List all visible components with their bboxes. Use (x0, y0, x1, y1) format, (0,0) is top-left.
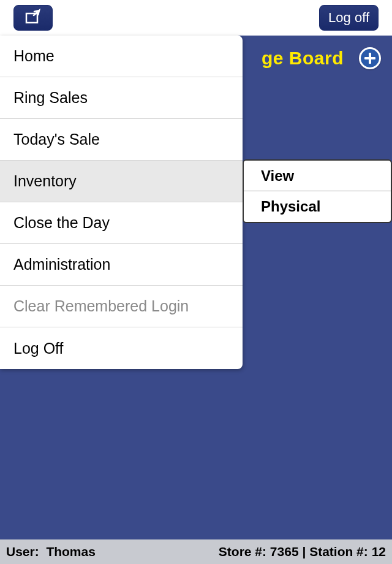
menu-item-close-the-day[interactable]: Close the Day (0, 202, 243, 244)
submenu-item-label: View (261, 167, 294, 185)
menu-item-log-off[interactable]: Log Off (0, 327, 243, 369)
menu-item-label: Ring Sales (13, 89, 88, 107)
store-label: Store #: (219, 544, 266, 558)
svg-rect-0 (26, 13, 37, 23)
menu-item-ring-sales[interactable]: Ring Sales (0, 77, 243, 119)
menu-item-administration[interactable]: Administration (0, 244, 243, 286)
submenu-item-view[interactable]: View (244, 161, 391, 191)
status-bar: User: Thomas Store #: 7365 | Station #: … (0, 539, 392, 564)
menu-item-label: Close the Day (13, 214, 110, 232)
store-number: 7365 (270, 544, 299, 558)
add-button[interactable] (359, 47, 381, 69)
submenu-item-label: Physical (261, 198, 320, 215)
main-menu-dropdown: Home Ring Sales Today's Sale Inventory C… (0, 36, 243, 369)
menu-item-home[interactable]: Home (0, 36, 243, 77)
logoff-label: Log off (328, 10, 369, 26)
menu-item-label: Log Off (13, 340, 64, 357)
page-title: ge Board (262, 48, 344, 69)
menu-item-label: Home (13, 47, 55, 65)
user-name: Thomas (46, 544, 96, 558)
inventory-submenu: View Physical (243, 159, 392, 223)
station-number: 12 (372, 544, 386, 558)
menu-item-clear-remembered-login: Clear Remembered Login (0, 286, 243, 327)
user-label: User: (6, 544, 39, 558)
share-button[interactable] (13, 5, 53, 31)
menu-item-label: Today's Sale (13, 131, 100, 148)
status-store-station: Store #: 7365 | Station #: 12 (219, 544, 386, 559)
share-icon (24, 9, 42, 27)
menu-item-label: Administration (13, 256, 110, 273)
station-label: Station #: (309, 544, 368, 558)
top-bar: Log off (0, 0, 392, 36)
menu-item-inventory[interactable]: Inventory (0, 161, 243, 202)
menu-item-label: Clear Remembered Login (13, 297, 189, 315)
submenu-item-physical[interactable]: Physical (244, 191, 391, 222)
status-user: User: Thomas (6, 544, 96, 559)
menu-item-todays-sale[interactable]: Today's Sale (0, 119, 243, 161)
menu-item-label: Inventory (13, 172, 77, 190)
logoff-button[interactable]: Log off (319, 5, 379, 31)
